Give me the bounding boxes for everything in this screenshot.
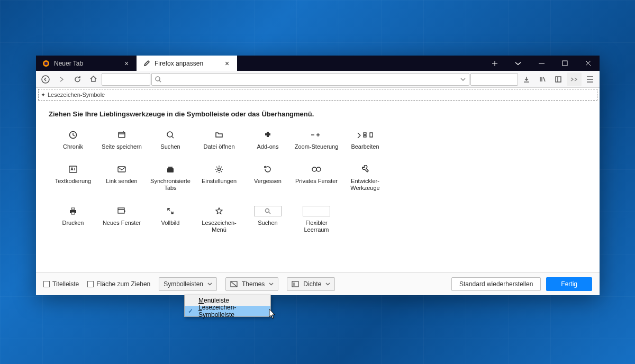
tool-neues-fenster[interactable]: Neues Fenster: [97, 206, 146, 233]
svg-rect-9: [69, 166, 77, 172]
tool-vollbild[interactable]: Vollbild: [146, 206, 195, 233]
tool-sync-tabs[interactable]: Synchronisierte Tabs: [146, 164, 195, 192]
tool-seite-speichern[interactable]: Seite speichern: [97, 130, 146, 150]
search-input-placeholder[interactable]: [470, 73, 518, 86]
tool-suchfeld[interactable]: Suchen: [243, 206, 292, 233]
close-icon[interactable]: ×: [223, 60, 231, 67]
sidebar-button[interactable]: [551, 72, 566, 86]
dragspace-checkbox[interactable]: Fläche zum Ziehen: [87, 280, 150, 288]
checkbox-icon: [87, 281, 94, 287]
window-maximize[interactable]: [553, 56, 576, 71]
tab-firefox-anpassen[interactable]: Firefox anpassen ×: [137, 56, 237, 71]
zoom-icon: [310, 130, 323, 140]
done-button[interactable]: Fertig: [546, 277, 592, 291]
tool-entwickler[interactable]: Entwickler-Werkzeuge: [341, 164, 389, 192]
tab-strip: Neuer Tab × Firefox anpassen ×: [36, 56, 600, 71]
forward-button[interactable]: [54, 72, 69, 86]
svg-point-1: [44, 61, 48, 65]
svg-point-4: [156, 77, 160, 81]
tool-zoom[interactable]: Zoom-Steuerung: [292, 130, 341, 150]
tab-neuer-tab[interactable]: Neuer Tab ×: [36, 56, 137, 71]
toolbars-dropdown-menu: Menüleiste ✓ Lesezeichen-Symbolleiste: [184, 295, 271, 317]
svg-point-13: [218, 168, 221, 171]
search-field-icon: [254, 206, 282, 216]
tool-bearbeiten[interactable]: Bearbeiten: [341, 130, 389, 150]
svg-point-3: [42, 76, 49, 83]
theme-icon: [230, 281, 238, 287]
customize-heading: Ziehen Sie Ihre Lieblingswerkzeuge in di…: [49, 110, 587, 118]
svg-point-8: [167, 132, 173, 137]
tool-privates-fenster[interactable]: Privates Fenster: [292, 164, 341, 192]
toolbars-dropdown[interactable]: Symbolleisten: [159, 277, 217, 291]
addons-icon: [264, 130, 272, 140]
new-window-icon: [117, 206, 126, 216]
tool-chronik[interactable]: Chronik: [49, 130, 97, 150]
tool-link-senden[interactable]: Link senden: [97, 164, 146, 192]
search-icon: [155, 76, 161, 83]
download-button[interactable]: [519, 72, 534, 86]
titlebar-checkbox[interactable]: Titelleiste: [43, 280, 79, 288]
address-search-box[interactable]: [151, 73, 469, 86]
print-icon: [69, 206, 77, 216]
svg-rect-22: [292, 281, 298, 287]
library-button[interactable]: [535, 72, 550, 86]
chevron-down-icon[interactable]: [460, 78, 466, 81]
svg-rect-12: [168, 167, 173, 168]
tool-einstellungen[interactable]: Einstellungen: [195, 164, 243, 192]
private-icon: [311, 164, 322, 175]
checkbox-icon: [43, 281, 50, 287]
history-icon: [69, 130, 77, 140]
density-icon: [292, 281, 299, 287]
hamburger-menu-button[interactable]: [583, 72, 597, 86]
tool-textkodierung[interactable]: Textkodierung: [49, 164, 97, 192]
menu-item-lesezeichen-symbolleiste[interactable]: ✓ Lesezeichen-Symbolleiste: [185, 306, 270, 316]
bookmarks-toolbar-dropzone[interactable]: ✦ Lesezeichen-Symbole: [38, 89, 597, 101]
tool-vergessen[interactable]: Vergessen: [243, 164, 292, 192]
tool-lesezeichen-menu[interactable]: Lesezeichen-Menü: [195, 206, 243, 233]
gear-icon: [215, 164, 223, 175]
svg-rect-10: [118, 167, 125, 172]
edit-icon: [356, 130, 374, 140]
svg-point-14: [312, 167, 316, 171]
bookmarks-bar-label: Lesezeichen-Symbole: [48, 92, 105, 98]
open-file-icon: [215, 130, 223, 140]
svg-point-20: [266, 208, 269, 212]
close-icon[interactable]: ×: [123, 60, 130, 67]
star-icon: ✦: [41, 92, 46, 98]
url-input-placeholder[interactable]: [102, 73, 150, 86]
density-dropdown[interactable]: Dichte: [287, 277, 335, 291]
svg-rect-18: [71, 212, 75, 214]
svg-rect-11: [167, 168, 174, 172]
firefox-window: Neuer Tab × Firefox anpassen ×: [36, 56, 600, 295]
svg-rect-7: [119, 132, 125, 138]
window-minimize[interactable]: [530, 56, 553, 71]
svg-rect-17: [71, 208, 75, 210]
window-close[interactable]: [576, 56, 600, 71]
tool-palette: Chronik Seite speichern Suchen Datei öff…: [49, 130, 587, 233]
restore-defaults-button[interactable]: Standard wiederherstellen: [451, 277, 541, 291]
themes-dropdown[interactable]: Themes: [225, 277, 278, 291]
new-tab-button[interactable]: [483, 56, 506, 71]
search-icon: [166, 130, 175, 140]
brush-icon: [143, 60, 150, 67]
encoding-icon: [69, 164, 77, 175]
home-button[interactable]: [86, 72, 101, 86]
tool-addons[interactable]: Add-ons: [243, 130, 292, 150]
firefox-icon: [42, 60, 50, 67]
tool-drucken[interactable]: Drucken: [49, 206, 97, 233]
all-tabs-button[interactable]: [506, 56, 530, 71]
chevron-down-icon: [207, 283, 212, 286]
chevron-down-icon: [269, 283, 274, 286]
wrench-icon: [361, 164, 369, 175]
navigation-toolbar: [36, 71, 600, 88]
overflow-button[interactable]: [567, 72, 582, 86]
tool-suchen[interactable]: Suchen: [146, 130, 195, 150]
svg-rect-5: [556, 77, 561, 82]
reload-button[interactable]: [70, 72, 85, 86]
back-button[interactable]: [38, 72, 53, 86]
tab-label: Neuer Tab: [54, 60, 83, 67]
tool-flex-space[interactable]: Flexibler Leerraum: [292, 206, 341, 233]
tool-datei-oeffnen[interactable]: Datei öffnen: [195, 130, 243, 150]
svg-rect-19: [118, 208, 124, 213]
email-icon: [117, 164, 126, 175]
